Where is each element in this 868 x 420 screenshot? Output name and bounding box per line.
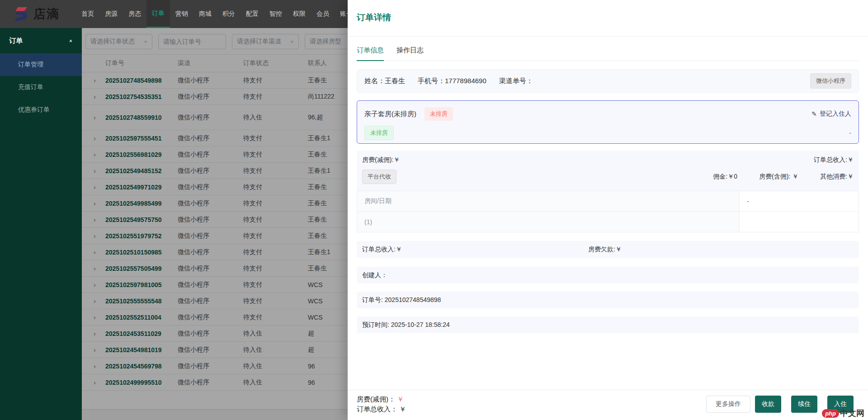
- room-name: 亲子套房(未排房): [364, 110, 416, 118]
- nav-item[interactable]: 配置: [241, 0, 264, 28]
- drawer-tabs: 订单信息 操作日志: [357, 46, 859, 61]
- php-watermark: php 中文网: [822, 408, 864, 419]
- screen: 店滴 首页房源房态订单营销商城积分配置智控权限会员账号 订单 ∧ 订单管理充值订…: [0, 0, 868, 420]
- nav-menu: 首页房源房态订单营销商城积分配置智控权限会员账号: [76, 0, 358, 28]
- logo-text: 店滴: [33, 6, 60, 22]
- drawer-title-divider: [348, 36, 868, 37]
- fees-row-1: 房费(减佣):￥ 订单总收入:￥: [357, 156, 859, 164]
- footer-totals: 房费(减佣)： ￥ 订单总收入： ￥: [357, 394, 406, 414]
- nav-item[interactable]: 房源: [99, 0, 123, 28]
- room-card: 亲子套房(未排房) 未排房 ✎ 登记入住人 未排房 -: [357, 100, 859, 144]
- room-fee-incl-value: 房费(含佣): ￥: [759, 173, 798, 181]
- strip-booking-time-label: 预订时间: 2025-10-27 18:58:24: [362, 321, 450, 329]
- sidebar-item[interactable]: 订单管理: [0, 53, 82, 76]
- other-consumption-value: 其他消费:￥: [820, 173, 854, 181]
- channel-badge[interactable]: 微信小程序: [810, 73, 851, 89]
- guest-phone: 手机号：17778984690: [418, 77, 486, 85]
- php-watermark-text: 中文网: [840, 408, 864, 419]
- nav-item[interactable]: 会员: [311, 0, 335, 28]
- fees-section: 房费(减佣):￥ 订单总收入:￥ 平台代收 佣金:￥0 房费(含佣): ￥ 其他…: [357, 151, 859, 231]
- occupant-value: -: [849, 129, 851, 137]
- drawer-title: 订单详情: [357, 12, 391, 24]
- sidebar-items: 订单管理充值订单优惠券订单: [0, 53, 82, 121]
- strip-order-no-label: 订单号: 2025102748549898: [362, 296, 441, 304]
- fees-metrics: 佣金:￥0 房费(含佣): ￥ 其他消费:￥: [713, 173, 854, 181]
- logo-d-icon: [13, 5, 30, 23]
- sidebar-group-label: 订单: [9, 37, 23, 45]
- room-card-row-1: 亲子套房(未排房) 未排房 ✎ 登记入住人: [364, 107, 851, 121]
- chevron-up-icon: ∧: [69, 38, 73, 43]
- nav-item[interactable]: 房态: [123, 0, 146, 28]
- guest-name: 姓名：王春生: [364, 77, 405, 85]
- app-logo[interactable]: 店滴: [13, 5, 66, 23]
- php-watermark-badge: php: [822, 409, 839, 418]
- strip-creator-label: 创建人：: [362, 271, 387, 279]
- nav-item[interactable]: 订单: [146, 0, 170, 28]
- fees-row-2: 平台代收 佣金:￥0 房费(含佣): ￥ 其他消费:￥: [357, 170, 859, 184]
- nav-item[interactable]: 智控: [264, 0, 288, 28]
- extend-stay-button[interactable]: 续住: [791, 396, 817, 413]
- strip-arrears-label: 房费欠款:￥: [588, 245, 622, 254]
- strip-total-income: 订单总收入:￥ 房费欠款:￥: [357, 241, 859, 258]
- unassigned-status-badge: 未排房: [425, 107, 453, 121]
- room-date-row-cell: (1): [357, 212, 740, 232]
- register-occupant-link[interactable]: ✎ 登记入住人: [811, 110, 851, 118]
- nav-item[interactable]: 积分: [217, 0, 241, 28]
- drawer-footer: 房费(减佣)： ￥ 订单总收入： ￥ 更多操作 收款 续住 入住: [348, 390, 868, 420]
- room-date-header-cell: 房间/日期: [357, 191, 740, 212]
- nav-item[interactable]: 商城: [193, 0, 217, 28]
- nav-item[interactable]: 营销: [170, 0, 193, 28]
- sidebar-group-orders[interactable]: 订单 ∧: [0, 28, 82, 53]
- guest-info-card: 姓名：王春生 手机号：17778984690 渠道单号： 微信小程序: [357, 69, 859, 93]
- nav-item[interactable]: 权限: [288, 0, 311, 28]
- room-date-table: 房间/日期 - (1): [357, 191, 859, 232]
- strip-creator: 创建人：: [357, 267, 859, 283]
- tab-order-info[interactable]: 订单信息: [357, 46, 384, 61]
- footer-total-income: 订单总收入： ￥: [357, 404, 406, 414]
- more-actions-button[interactable]: 更多操作: [706, 396, 750, 413]
- nav-item[interactable]: 首页: [76, 0, 99, 28]
- sidebar-item[interactable]: 优惠券订单: [0, 99, 82, 121]
- platform-collect-badge: 平台代收: [362, 170, 396, 184]
- strip-total-income-label: 订单总收入:￥: [362, 245, 402, 254]
- footer-room-fee: 房费(减佣)： ￥: [357, 394, 406, 404]
- footer-total-currency: ￥: [399, 405, 406, 413]
- total-income-label: 订单总收入:￥: [814, 156, 854, 164]
- tab-operation-log[interactable]: 操作日志: [396, 46, 424, 61]
- collect-payment-button[interactable]: 收款: [755, 396, 781, 413]
- guest-channel-no: 渠道单号：: [499, 77, 533, 85]
- room-card-row-2: 未排房 -: [364, 126, 851, 140]
- strip-order-no: 订单号: 2025102748549898: [357, 292, 859, 308]
- room-date-header-value-cell: -: [740, 191, 859, 212]
- room-date-row-value-cell: [740, 212, 859, 232]
- pencil-icon: ✎: [811, 110, 817, 118]
- room-fee-label: 房费(减佣):￥: [362, 156, 400, 164]
- unassigned-room-badge[interactable]: 未排房: [364, 126, 394, 140]
- sidebar-item[interactable]: 充值订单: [0, 76, 82, 99]
- commission-value: 佣金:￥0: [713, 173, 737, 181]
- strip-booking-time: 预订时间: 2025-10-27 18:58:24: [357, 316, 859, 333]
- order-detail-drawer: 订单详情 订单信息 操作日志 姓名：王春生 手机号：17778984690 渠道…: [348, 0, 868, 420]
- footer-room-fee-currency: ￥: [397, 395, 404, 403]
- sidebar: 订单 ∧ 订单管理充值订单优惠券订单: [0, 28, 82, 420]
